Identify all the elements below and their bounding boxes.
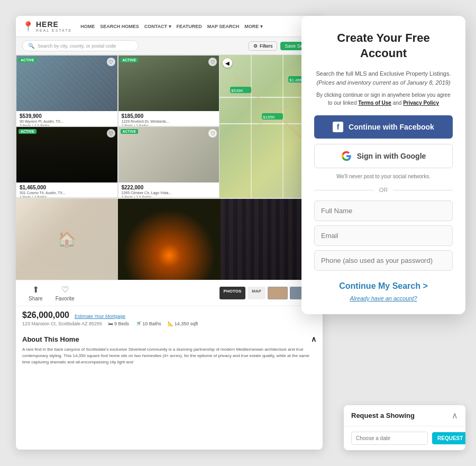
logo-here: HERE — [36, 20, 72, 29]
prop-price-1: $539,900 — [20, 113, 114, 119]
property-grid: ACTIVE ♡ $539,900 90 Wyvern Pl, Austin, … — [16, 55, 219, 198]
nav-links: HOME SEARCH HOMES CONTACT ▾ FEATURED MAP… — [80, 24, 263, 29]
nav-map-search[interactable]: MAP SEARCH — [207, 24, 239, 29]
favorite-button[interactable]: ♡ Favorite — [56, 285, 75, 301]
heart-icon: ♡ — [61, 285, 69, 295]
share-button[interactable]: ⬆ Share — [29, 285, 43, 301]
prop-info-1: $539,900 90 Wyvern Pl, Austin, TX... 3 B… — [16, 111, 117, 126]
request-showing-body: REQUEST — [344, 426, 465, 450]
featured-price: $26,000,000 — [22, 310, 69, 320]
google-button-label: Sign in with Google — [357, 152, 426, 160]
nav-contact[interactable]: CONTACT ▾ — [144, 24, 171, 29]
filters-button[interactable]: ⚙ Filters — [249, 41, 278, 51]
estimate-link[interactable]: Estimate Your Mortgage — [75, 314, 125, 319]
property-stats: 123 Mansion Ct, Scottsdale AZ 85255 🛏 9 … — [22, 321, 316, 326]
create-account-modal: Create Your Free Account Search the full… — [301, 16, 465, 314]
facebook-button[interactable]: f Continue with Facebook — [314, 115, 453, 139]
logo-re: REAL ESTATE — [36, 29, 72, 32]
collapse-icon[interactable]: ∧ — [311, 335, 316, 343]
nav-home[interactable]: HOME — [80, 24, 95, 29]
prop-address-2: 1229 Roxford Dr, Wimberle... — [122, 120, 216, 123]
prop-details-3: 4 Beds | 4 Baths — [20, 195, 114, 198]
date-input[interactable] — [351, 432, 428, 445]
property-card-1[interactable]: ACTIVE ♡ $539,900 90 Wyvern Pl, Austin, … — [16, 55, 118, 126]
modal-subtitle-italic: (Prices and inventory current as of Janu… — [316, 79, 450, 86]
property-card-4[interactable]: ACTIVE ♡ $222,000 2265 Climber Cir, Lago… — [118, 126, 220, 198]
full-name-input[interactable] — [314, 200, 453, 221]
svg-text:$539K: $539K — [231, 88, 244, 93]
prop-details-4: 3 Beds | 2.5 Baths — [122, 195, 216, 198]
address-display: 123 Mansion Ct, Scottsdale AZ 85255 — [22, 321, 102, 326]
photo-kitchen: 🏠 — [16, 199, 118, 280]
facebook-button-label: Continue with Facebook — [349, 123, 434, 131]
favorite-icon-4[interactable]: ♡ — [208, 129, 217, 138]
property-card-3[interactable]: ACTIVE ♡ $1,465,000 301 Cosmo Trl, Austi… — [16, 126, 118, 198]
already-account-link[interactable]: Already have an account? — [314, 295, 453, 301]
google-button[interactable]: Sign in with Google — [314, 144, 453, 168]
share-icon: ⬆ — [32, 285, 39, 295]
price-row: $26,000,000 Estimate Your Mortgage — [22, 310, 316, 320]
content-area: ACTIVE ♡ $539,900 90 Wyvern Pl, Austin, … — [16, 55, 323, 198]
prop-info-4: $222,000 2265 Climber Cir, Lago Vista...… — [118, 182, 219, 198]
baths-display: 🚿 10 Baths — [135, 321, 161, 326]
favorite-icon-1[interactable]: ♡ — [107, 58, 115, 66]
search-input-area[interactable]: 🔍 Search by city, county, or postal code — [22, 40, 139, 51]
google-icon — [341, 151, 352, 161]
request-collapse-icon[interactable]: ∧ — [452, 410, 458, 421]
background-website: 📍 HERE REAL ESTATE HOME SEARCH HOMES CON… — [16, 16, 323, 450]
or-divider: OR — [314, 187, 453, 193]
modal-subtitle: Search the full MLS and Exclusive Proper… — [314, 69, 453, 87]
terms-link[interactable]: Terms of Use — [358, 100, 391, 106]
logo: 📍 HERE REAL ESTATE — [22, 20, 72, 32]
view-toggles: PHOTOS MAP — [219, 287, 310, 299]
modal-agreement: By clicking continue or sign in anywhere… — [314, 91, 453, 107]
active-badge-2: ACTIVE — [121, 58, 139, 62]
about-text: A rare find in the back canyons of Scott… — [22, 346, 316, 366]
sqft-display: 📐 14,350 sqft — [168, 321, 198, 326]
svg-text:$185K: $185K — [263, 115, 276, 120]
share-label: Share — [29, 296, 43, 301]
email-input[interactable] — [314, 225, 453, 246]
property-detail-bar: $26,000,000 Estimate Your Mortgage 123 M… — [16, 306, 323, 331]
prop-price-3: $1,465,000 — [20, 185, 114, 190]
photo-thumb-1[interactable] — [268, 287, 288, 299]
active-badge-4: ACTIVE — [121, 129, 139, 134]
property-card-2[interactable]: ACTIVE ♡ $185,000 1229 Roxford Dr, Wimbe… — [118, 55, 220, 126]
about-section: About This Home ∧ A rare find in the bac… — [16, 331, 323, 370]
prop-info-3: $1,465,000 301 Cosmo Trl, Austin, TX... … — [16, 182, 117, 198]
property-photos: 🏠 — [16, 198, 323, 280]
request-showing-header: Request a Showing ∧ — [344, 405, 465, 426]
nav-more[interactable]: MORE ▾ — [244, 24, 263, 29]
favorite-icon-3[interactable]: ♡ — [107, 129, 115, 138]
logo-pin-icon: 📍 — [22, 21, 34, 32]
about-title: About This Home ∧ — [22, 335, 316, 343]
filters-icon: ⚙ — [253, 43, 258, 49]
prop-price-2: $185,000 — [122, 113, 216, 119]
logo-text: HERE REAL ESTATE — [36, 20, 72, 32]
or-label: OR — [379, 187, 388, 193]
continue-search-button[interactable]: Continue My Search > — [314, 281, 453, 291]
photos-toggle[interactable]: PHOTOS — [219, 287, 246, 299]
map-toggle[interactable]: MAP — [248, 287, 266, 299]
active-badge-3: ACTIVE — [19, 129, 36, 134]
prop-address-1: 90 Wyvern Pl, Austin, TX... — [20, 120, 114, 123]
prop-price-4: $222,000 — [122, 185, 216, 190]
search-placeholder: Search by city, county, or postal code — [38, 43, 116, 49]
divider-line-left — [314, 190, 374, 190]
nav-search-homes[interactable]: SEARCH HOMES — [100, 24, 139, 29]
never-post-text: We'll never post to your social networks… — [314, 173, 453, 179]
favorite-label: Favorite — [56, 296, 75, 301]
facebook-icon: f — [333, 122, 343, 132]
photo-outdoor — [118, 199, 220, 280]
favorite-icon-2[interactable]: ♡ — [208, 58, 217, 66]
prop-address-4: 2265 Climber Cir, Lago Vista... — [122, 191, 216, 195]
nav-featured[interactable]: FEATURED — [177, 24, 202, 29]
map-back-button[interactable]: ◀ — [223, 58, 232, 68]
privacy-link[interactable]: Privacy Policy — [403, 100, 439, 106]
search-icon: 🔍 — [28, 43, 34, 49]
phone-input[interactable] — [314, 250, 453, 271]
request-button[interactable]: REQUEST — [432, 432, 465, 444]
action-bar: ⬆ Share ♡ Favorite PHOTOS MAP — [16, 280, 323, 306]
nav-bar: 📍 HERE REAL ESTATE HOME SEARCH HOMES CON… — [16, 16, 323, 37]
modal-title: Create Your Free Account — [314, 31, 453, 61]
